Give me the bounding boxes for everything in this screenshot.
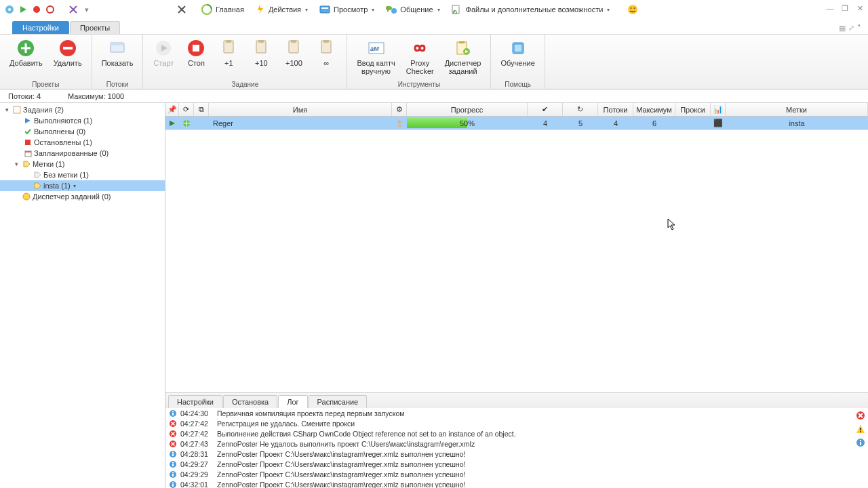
col-name[interactable]: Имя [209, 103, 392, 116]
log-error-icon [168, 419, 178, 428]
svg-rect-34 [459, 41, 465, 43]
tree-stopped[interactable]: Остановлены (1) [0, 137, 165, 148]
btab-schedule[interactable]: Расписание [309, 395, 368, 408]
col-copy[interactable]: ⧉ [194, 103, 209, 116]
add-button[interactable]: Добавить [5, 36, 47, 70]
stop-button[interactable]: Стоп [181, 36, 211, 70]
btab-stop[interactable]: Остановка [223, 395, 277, 408]
tree-dispatch[interactable]: Диспетчер заданий (0) [0, 191, 165, 202]
row-stats-icon: ⬛ [711, 117, 726, 129]
menu-home[interactable]: Главная [195, 1, 250, 18]
svg-marker-40 [25, 118, 31, 123]
menu-files[interactable]: Файлы и дополнительные возможности▾ [446, 1, 616, 18]
row-name: Reger [209, 117, 392, 129]
row-max: 6 [633, 117, 675, 129]
ribbon-group-projects: Добавить Удалить Проекты [0, 35, 92, 89]
main-menu: Главная Действия▾ Просмотр▾ Общение▾ Фай… [175, 1, 644, 18]
tree-labels[interactable]: ▾Метки (1) [0, 159, 165, 169]
col-done[interactable]: ✔ [528, 103, 563, 116]
plus100-button[interactable]: +100 [279, 36, 309, 70]
svg-rect-56 [172, 413, 174, 415]
threads-value: 4 [37, 92, 41, 100]
svg-rect-63 [172, 451, 174, 453]
log-info-icon[interactable] [856, 438, 865, 449]
log-warn-icon[interactable] [856, 424, 865, 435]
main-area: ▾Задания (2) Выполняются (1) Выполнены (… [0, 103, 868, 488]
train-button[interactable]: Обучение [496, 36, 538, 70]
plus1-button[interactable]: +1 [214, 36, 243, 70]
tree-nolabel[interactable]: Без метки (1) [0, 169, 165, 180]
ribbon-collapse-icon[interactable]: ˄ [857, 24, 861, 33]
col-labels[interactable]: Метки [726, 103, 868, 116]
tab-settings[interactable]: Настройки [12, 21, 69, 34]
tree-insta[interactable]: insta (1)▾ [0, 180, 165, 191]
plus1-label: +1 [224, 59, 233, 67]
delete-label: Удалить [54, 59, 82, 67]
qa-stop-icon[interactable] [45, 4, 56, 15]
menu-chat[interactable]: Общение▾ [380, 1, 445, 18]
show-label: Показать [102, 59, 134, 67]
log-info-row-icon [168, 409, 178, 418]
tree-running[interactable]: Выполняются (1) [0, 115, 165, 126]
qa-play-icon[interactable] [18, 4, 28, 15]
log-info-row-icon [168, 480, 178, 489]
tree-nolabel-label: Без метки (1) [43, 171, 89, 179]
col-pin[interactable]: 📌 [165, 103, 179, 116]
svg-rect-6 [320, 6, 330, 13]
delete-button[interactable]: Удалить [50, 36, 86, 70]
log-info-row-icon [168, 460, 178, 469]
menu-smiley[interactable] [622, 1, 644, 18]
tree-tasks[interactable]: ▾Задания (2) [0, 104, 165, 115]
col-stats[interactable]: 📊 [711, 103, 726, 116]
qa-tools-icon[interactable] [68, 4, 79, 15]
qa-dropdown-icon[interactable]: ▾ [81, 4, 92, 15]
svg-point-8 [391, 8, 397, 14]
menu-view[interactable]: Просмотр▾ [313, 1, 380, 18]
row-label: insta [726, 117, 868, 129]
col-gear[interactable]: ⚙ [392, 103, 407, 116]
tree-done[interactable]: Выполнены (0) [0, 126, 165, 137]
btab-log[interactable]: Лог [278, 395, 307, 408]
dispatcher-button[interactable]: Диспетчер заданий [441, 36, 486, 78]
col-proxy[interactable]: Прокси [675, 103, 711, 116]
minimize-button[interactable]: — [825, 3, 835, 14]
row-play-icon [169, 120, 176, 127]
start-button[interactable]: Старт [149, 36, 178, 70]
qa-record-icon[interactable] [31, 4, 42, 15]
log-time: 04:28:31 [180, 450, 217, 458]
log-clear-icon[interactable] [856, 411, 865, 422]
svg-point-3 [33, 6, 40, 13]
plus10-button[interactable]: +10 [246, 36, 276, 70]
ribbon-group-task-label: Задание [149, 80, 341, 89]
col-max[interactable]: Максимум [633, 103, 675, 116]
svg-point-12 [631, 7, 632, 9]
close-button[interactable]: ✕ [854, 3, 865, 14]
captcha-button[interactable]: aMВвод каптч вручную [353, 36, 399, 78]
log-row: 04:29:27ZennoPoster Проект C:\Users\макс… [165, 459, 868, 469]
plusinf-button[interactable]: ∞ [311, 36, 341, 70]
svg-marker-45 [170, 121, 175, 126]
col-progress[interactable]: Прогресс [407, 103, 528, 116]
ribbon-expand-icon[interactable]: ⤢ [848, 24, 854, 33]
col-status[interactable]: ⟳ [179, 103, 194, 116]
maximize-button[interactable]: ❐ [840, 3, 850, 14]
captcha-label: Ввод каптч вручную [357, 59, 395, 75]
row-done: 4 [528, 117, 563, 129]
menu-close-button[interactable] [175, 3, 189, 16]
table-row[interactable]: Reger 50% 4 5 4 6 ⬛ insta [165, 117, 868, 130]
bottom-tabs: Настройки Остановка Лог Расписание [165, 393, 868, 408]
proxy-button[interactable]: Proxy Checker [402, 36, 438, 78]
menu-actions[interactable]: Действия▾ [250, 1, 313, 18]
col-threads[interactable]: Потоки [598, 103, 633, 116]
show-button[interactable]: Показать [98, 36, 138, 70]
tab-projects[interactable]: Проекты [70, 21, 120, 34]
btab-settings[interactable]: Настройки [168, 395, 222, 408]
tree-scheduled[interactable]: Запланированные (0) [0, 148, 165, 159]
menu-home-label: Главная [216, 5, 244, 14]
start-label: Старт [153, 59, 174, 67]
col-repeat[interactable]: ↻ [563, 103, 598, 116]
log-message: ZennoPoster Проект C:\Users\макс\instagr… [217, 460, 865, 468]
dispatcher-label: Диспетчер заданий [445, 59, 481, 75]
bottom-panel: Настройки Остановка Лог Расписание 04:24… [165, 392, 868, 488]
ribbon-grid-icon[interactable]: ▦ [839, 24, 846, 33]
